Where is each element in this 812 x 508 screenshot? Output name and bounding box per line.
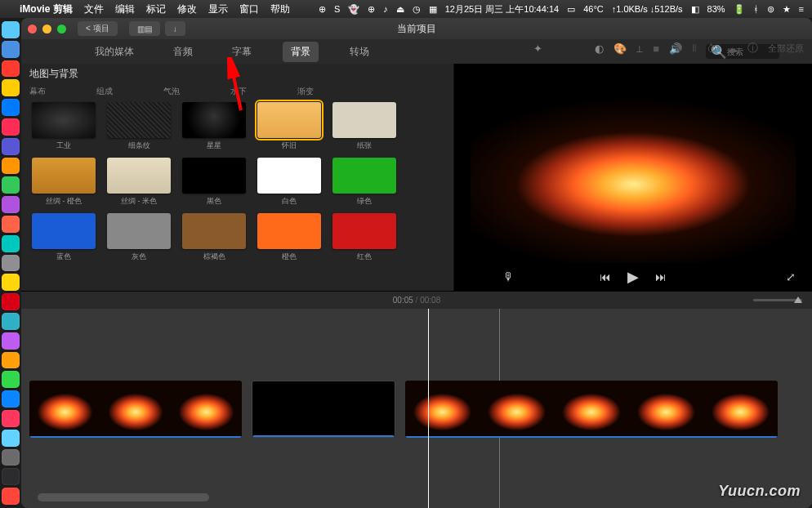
window-maximize-button[interactable] — [57, 25, 66, 33]
dock-app-icon[interactable] — [2, 216, 20, 233]
volume-icon[interactable]: 🔊 — [669, 42, 682, 55]
dock-app-icon[interactable] — [2, 235, 20, 252]
status-music-icon[interactable]: ♪ — [383, 4, 388, 14]
dock-app-icon[interactable] — [2, 293, 20, 310]
equalizer-icon[interactable]: ⫴ — [692, 42, 697, 55]
background-item[interactable]: 蓝色 — [29, 213, 98, 262]
status-download-icon[interactable]: ⊕ — [319, 4, 326, 15]
background-swatch[interactable] — [107, 102, 171, 138]
dock-app-icon[interactable] — [2, 41, 20, 58]
background-swatch[interactable] — [257, 213, 321, 249]
cloud-icon[interactable]: ☁ — [727, 42, 738, 55]
dock-app-icon[interactable] — [2, 468, 20, 485]
dock-app-icon[interactable] — [2, 99, 20, 116]
background-swatch[interactable] — [182, 213, 246, 249]
dock-app-icon[interactable] — [2, 158, 20, 175]
video-preview[interactable] — [471, 88, 796, 263]
dock-app-icon[interactable] — [2, 488, 20, 505]
dock-app-icon[interactable] — [2, 196, 20, 213]
dock-app-icon[interactable] — [2, 274, 20, 291]
speed-icon[interactable]: ⏱ — [707, 42, 717, 55]
playhead[interactable] — [428, 309, 429, 508]
dock-app-icon[interactable] — [2, 255, 20, 272]
dock-app-icon[interactable] — [2, 60, 20, 78]
dock-app-icon[interactable] — [2, 390, 20, 408]
camera-icon[interactable]: ■ — [653, 42, 659, 55]
menu-window[interactable]: 窗口 — [239, 2, 259, 16]
tab-audio[interactable]: 音频 — [165, 42, 201, 62]
back-to-projects-button[interactable]: < 项目 — [78, 21, 118, 36]
background-swatch[interactable] — [182, 102, 246, 138]
dock-app-icon[interactable] — [2, 371, 20, 388]
horizontal-scrollbar[interactable] — [38, 493, 209, 501]
background-swatch[interactable] — [32, 213, 96, 249]
status-widget-icon[interactable]: ◧ — [691, 4, 699, 15]
timeline[interactable] — [21, 309, 812, 508]
status-menu-icon[interactable]: ≡ — [799, 4, 804, 14]
background-swatch[interactable] — [107, 158, 171, 194]
dock-app-icon[interactable] — [2, 176, 20, 194]
info-icon[interactable]: ⓘ — [747, 41, 758, 56]
menu-view[interactable]: 显示 — [208, 2, 228, 16]
status-eject-icon[interactable]: ⏏ — [396, 4, 404, 15]
tab-titles[interactable]: 字幕 — [224, 42, 260, 62]
zoom-slider[interactable] — [753, 299, 802, 301]
background-swatch[interactable] — [332, 213, 396, 249]
background-item[interactable]: 棕褐色 — [180, 213, 248, 262]
menu-modify[interactable]: 修改 — [177, 2, 197, 16]
background-item[interactable]: 纸张 — [330, 102, 399, 151]
background-swatch[interactable] — [182, 158, 246, 194]
background-swatch[interactable] — [32, 158, 96, 194]
tab-my-media[interactable]: 我的媒体 — [87, 42, 142, 62]
background-item[interactable]: 丝绸 - 米色 — [105, 158, 173, 207]
app-name[interactable]: iMovie 剪辑 — [20, 2, 73, 16]
dock-app-icon[interactable] — [2, 352, 20, 369]
status-calendar-icon[interactable]: ▦ — [429, 4, 437, 15]
status-star-icon[interactable]: ★ — [783, 4, 791, 15]
window-close-button[interactable] — [28, 25, 37, 33]
background-swatch[interactable] — [32, 102, 96, 138]
menu-mark[interactable]: 标记 — [146, 2, 166, 16]
prev-button[interactable]: ⏮ — [600, 270, 611, 283]
background-swatch[interactable] — [257, 102, 321, 138]
status-battery[interactable]: 83% — [707, 4, 725, 14]
background-swatch[interactable] — [257, 158, 321, 194]
dock-app-icon[interactable] — [2, 430, 20, 447]
background-item[interactable]: 橙色 — [255, 213, 323, 262]
background-swatch[interactable] — [107, 213, 171, 249]
dock-app-icon[interactable] — [2, 410, 20, 427]
timeline-clip[interactable] — [29, 381, 242, 438]
play-button[interactable]: ▶ — [627, 268, 639, 286]
dock-app-icon[interactable] — [2, 138, 20, 155]
contrast-icon[interactable]: ◐ — [595, 42, 604, 55]
crop-icon[interactable]: ⟂ — [636, 42, 643, 55]
dock-app-icon[interactable] — [2, 118, 20, 136]
tab-transitions[interactable]: 转场 — [341, 42, 377, 62]
status-ghost-icon[interactable]: 👻 — [348, 4, 359, 15]
background-item[interactable]: 星星 — [180, 102, 248, 151]
background-item[interactable]: 细条纹 — [105, 102, 173, 151]
timeline-clip-black[interactable] — [252, 381, 395, 438]
background-item[interactable]: 绿色 — [330, 158, 399, 207]
status-display-icon[interactable]: ▭ — [567, 4, 575, 15]
background-item[interactable]: 红色 — [330, 213, 399, 262]
import-button[interactable]: ↓ — [165, 21, 185, 36]
background-swatch[interactable] — [332, 158, 396, 194]
status-s-icon[interactable]: S — [334, 4, 340, 14]
tab-backgrounds[interactable]: 背景 — [283, 42, 319, 62]
fullscreen-icon[interactable]: ⤢ — [786, 270, 796, 283]
next-button[interactable]: ⏭ — [655, 270, 667, 283]
menu-edit[interactable]: 编辑 — [115, 2, 135, 16]
window-minimize-button[interactable] — [42, 25, 51, 33]
layout-toggle-button[interactable]: ▥▤ — [129, 21, 160, 36]
background-item[interactable]: 丝绸 - 橙色 — [29, 158, 98, 207]
status-wifi-icon[interactable]: ⊚ — [767, 4, 774, 15]
color-palette-icon[interactable]: 🎨 — [613, 42, 627, 55]
background-item[interactable]: 灰色 — [105, 213, 173, 262]
microphone-icon[interactable]: 🎙 — [503, 270, 515, 283]
menu-file[interactable]: 文件 — [84, 2, 104, 16]
background-swatch[interactable] — [332, 102, 396, 138]
timeline-clip[interactable] — [405, 381, 778, 438]
status-datetime[interactable]: 12月25日 周三 上午10:44:14 — [445, 3, 559, 16]
background-item[interactable]: 黑色 — [180, 158, 248, 207]
